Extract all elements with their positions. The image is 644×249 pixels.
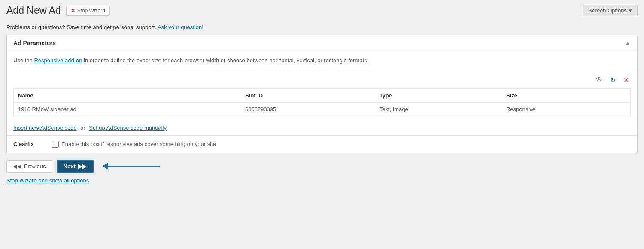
footer-area: ◀◀ Previous Next ▶▶ (0, 153, 644, 177)
setup-manual-link[interactable]: Set up AdSense code manually (89, 125, 167, 131)
card-description: Use the Responsive add-on in order to de… (7, 51, 637, 70)
table-section: 👁 ↻ ✕ Name Slot ID Type Size 1910 RMcW s (7, 70, 637, 120)
col-slot-id: Slot ID (241, 88, 375, 102)
eye-icon: 👁 (595, 76, 602, 83)
arrow-head-icon (102, 163, 108, 170)
insert-new-adsense-link[interactable]: Insert new AdSense code (13, 125, 76, 131)
screen-options-chevron-icon: ▾ (629, 7, 632, 14)
description-text-after: in order to define the exact size for ea… (82, 57, 368, 64)
previous-button[interactable]: ◀◀ Previous (6, 160, 52, 173)
support-bar: Problems or questions? Save time and get… (0, 21, 644, 35)
view-icon-button[interactable]: 👁 (594, 75, 604, 85)
arrow-annotation (102, 163, 160, 170)
previous-label: Previous (24, 163, 46, 170)
insert-links-row: Insert new AdSense code or Set up AdSens… (7, 120, 637, 136)
next-label: Next (64, 163, 76, 170)
prev-arrow-icon: ◀◀ (13, 163, 21, 170)
ask-question-link[interactable]: Ask your question! (158, 24, 204, 30)
close-icon: ✕ (623, 76, 629, 84)
top-bar: Add New Ad ✕ Stop Wizard Screen Options … (0, 0, 644, 21)
screen-options-button[interactable]: Screen Options ▾ (583, 5, 638, 16)
stop-wizard-link-area: Stop Wizard and show all options (0, 177, 644, 190)
clearfix-label: Clearfix (13, 141, 48, 147)
clearfix-row: Clearfix Enable this box if responsive a… (7, 136, 637, 153)
delete-icon-button[interactable]: ✕ (622, 75, 631, 85)
or-separator: or (80, 125, 85, 131)
table-icons-bar: 👁 ↻ ✕ (13, 75, 631, 85)
refresh-icon-button[interactable]: ↻ (608, 75, 617, 85)
arrow-line (108, 166, 160, 167)
description-text-before: Use the (13, 57, 34, 64)
stop-wizard-x-icon: ✕ (71, 8, 75, 14)
cell-slot-id: 6008293395 (241, 102, 375, 116)
collapse-arrow-icon[interactable]: ▲ (625, 39, 631, 46)
screen-options-label: Screen Options (588, 7, 627, 14)
clearfix-checkbox[interactable] (52, 141, 59, 148)
cell-size: Responsive (502, 102, 631, 116)
page-title: Add New Ad (6, 4, 61, 17)
card-header-title: Ad Parameters (13, 39, 56, 46)
ad-table: Name Slot ID Type Size 1910 RMcW sidebar… (13, 88, 631, 116)
cell-name: 1910 RMcW sidebar ad (14, 102, 241, 116)
col-size: Size (502, 88, 631, 102)
clearfix-checkbox-area: Enable this box if responsive ads cover … (52, 141, 216, 148)
col-type: Type (375, 88, 502, 102)
card-header: Ad Parameters ▲ (7, 35, 637, 51)
stop-wizard-label: Stop Wizard (77, 8, 105, 14)
next-button[interactable]: Next ▶▶ (57, 160, 94, 173)
cell-type: Text, Image (375, 102, 502, 116)
table-header-row: Name Slot ID Type Size (14, 88, 631, 102)
stop-wizard-button[interactable]: ✕ Stop Wizard (66, 6, 110, 16)
refresh-icon: ↻ (610, 76, 616, 84)
main-card: Ad Parameters ▲ Use the Responsive add-o… (6, 35, 638, 153)
responsive-addon-link[interactable]: Responsive add-on (34, 57, 82, 64)
table-row: 1910 RMcW sidebar ad 6008293395 Text, Im… (14, 102, 631, 116)
page-title-area: Add New Ad ✕ Stop Wizard (6, 4, 110, 17)
clearfix-checkbox-label[interactable]: Enable this box if responsive ads cover … (61, 141, 216, 147)
next-arrow-icon: ▶▶ (78, 163, 87, 170)
stop-wizard-show-all-link[interactable]: Stop Wizard and show all options (6, 177, 89, 184)
col-name: Name (14, 88, 241, 102)
support-text: Problems or questions? Save time and get… (6, 24, 156, 30)
